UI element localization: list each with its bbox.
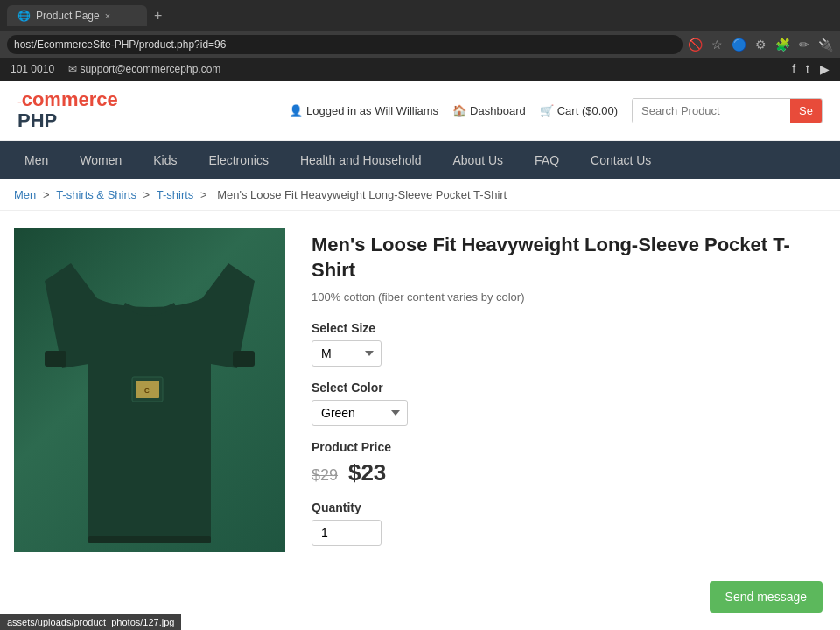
nav-faq[interactable]: FAQ xyxy=(519,141,575,179)
cart-link[interactable]: 🛒 Cart ($0.00) xyxy=(540,104,618,117)
tab-favicon: 🌐 xyxy=(18,10,31,22)
camera-off-icon[interactable]: 🚫 xyxy=(688,38,703,52)
tab-close-button[interactable]: × xyxy=(105,10,110,21)
product-subtitle: 100% cotton (fiber content varies by col… xyxy=(312,290,826,304)
price-old: $29 xyxy=(312,466,338,484)
breadcrumb-tshirts[interactable]: T-shirts xyxy=(157,188,194,201)
qty-label: Quantity xyxy=(312,500,826,514)
color-select[interactable]: Green Black Navy Red Gray xyxy=(312,400,408,426)
breadcrumb-men[interactable]: Men xyxy=(14,188,36,201)
nav-kids[interactable]: Kids xyxy=(137,141,192,179)
svg-rect-5 xyxy=(88,536,211,543)
user-text: Logged in as Will Williams xyxy=(306,104,438,117)
qty-input[interactable] xyxy=(312,520,382,546)
qty-section: Quantity xyxy=(312,500,826,546)
nav-men[interactable]: Men xyxy=(9,141,64,179)
svg-text:C: C xyxy=(144,387,150,395)
size-group: Select Size S M L XL XXL xyxy=(312,321,826,367)
svg-rect-4 xyxy=(233,351,255,367)
url-bar[interactable]: host/EcommerceSite-PHP/product.php?id=96 xyxy=(7,35,682,54)
new-tab-button[interactable]: + xyxy=(154,8,162,24)
youtube-icon[interactable]: ▶ xyxy=(820,62,830,76)
browser-tab[interactable]: 🌐 Product Page × xyxy=(7,5,147,26)
color-group: Select Color Green Black Navy Red Gray xyxy=(312,381,826,426)
phone-number: 101 0010 xyxy=(10,63,54,75)
home-icon: 🏠 xyxy=(452,104,466,117)
dashboard-text: Dashboard xyxy=(470,104,526,117)
main-nav: Men Women Kids Electronics Health and Ho… xyxy=(0,141,840,179)
price-label: Product Price xyxy=(312,440,826,454)
breadcrumb-sep3: > xyxy=(200,188,210,201)
price-new: $23 xyxy=(348,459,386,486)
product-details: Men's Loose Fit Heavyweight Long-Sleeve … xyxy=(312,228,826,559)
top-bar-left: 101 0010 ✉ support@ecommercephp.com xyxy=(10,63,220,75)
settings-icon[interactable]: ⚙ xyxy=(755,38,766,52)
cart-icon: 🛒 xyxy=(540,104,554,117)
browser-chrome: 🌐 Product Page × + xyxy=(0,0,840,32)
site-header: -commerce PHP 👤 Logged in as Will Willia… xyxy=(0,80,840,141)
breadcrumb-sep2: > xyxy=(144,188,153,201)
search-box: Se xyxy=(632,98,822,123)
logo-top: commerce xyxy=(22,88,118,110)
product-image: C xyxy=(14,228,285,552)
extensions-icon[interactable]: 🧩 xyxy=(775,38,790,52)
logo-line1: -commerce xyxy=(18,89,118,110)
email-address: ✉ support@ecommercephp.com xyxy=(68,63,220,75)
top-bar-right: f t ▶ xyxy=(792,62,830,76)
color-label: Select Color xyxy=(312,381,826,395)
breadcrumb: Men > T-shirts & Shirts > T-shirts > Men… xyxy=(0,179,840,211)
tab-title: Product Page xyxy=(36,10,100,22)
user-icon: 👤 xyxy=(289,104,303,117)
product-img-placeholder: C xyxy=(14,228,285,552)
nav-electronics[interactable]: Electronics xyxy=(192,141,284,179)
size-select[interactable]: S M L XL XXL xyxy=(312,340,382,367)
star-icon[interactable]: ☆ xyxy=(711,38,723,52)
nav-contact[interactable]: Contact Us xyxy=(575,141,667,179)
nav-health[interactable]: Health and Household xyxy=(284,141,438,179)
browser-icons: 🚫 ☆ 🔵 ⚙ 🧩 ✏ 🔌 xyxy=(688,38,833,52)
price-section: Product Price $29 $23 xyxy=(312,440,826,486)
product-title: Men's Loose Fit Heavyweight Long-Sleeve … xyxy=(312,233,826,283)
site-logo[interactable]: -commerce PHP xyxy=(18,89,118,131)
user-info[interactable]: 👤 Logged in as Will Williams xyxy=(289,104,438,117)
twitter-icon[interactable]: t xyxy=(806,62,809,76)
puzzle-icon[interactable]: 🔌 xyxy=(818,38,833,52)
product-section: C Men's Loose Fit Heavyweight Long-Sleev… xyxy=(0,211,840,577)
breadcrumb-current: Men's Loose Fit Heavyweight Long-Sleeve … xyxy=(217,188,507,201)
email-text: support@ecommercephp.com xyxy=(80,63,220,75)
nav-women[interactable]: Women xyxy=(64,141,137,179)
breadcrumb-tshirts-shirts[interactable]: T-shirts & Shirts xyxy=(56,188,136,201)
nav-about[interactable]: About Us xyxy=(437,141,519,179)
header-right: 👤 Logged in as Will Williams 🏠 Dashboard… xyxy=(289,98,822,123)
edit-icon[interactable]: ✏ xyxy=(799,38,809,52)
product-image-area: C xyxy=(14,228,285,559)
url-text: host/EcommerceSite-PHP/product.php?id=96 xyxy=(14,38,226,51)
product-shirt-svg: C xyxy=(45,228,255,552)
search-input[interactable] xyxy=(633,99,790,122)
breadcrumb-sep1: > xyxy=(43,188,52,201)
chrome-icon[interactable]: 🔵 xyxy=(732,38,746,52)
logo-bottom: PHP xyxy=(18,109,57,131)
logo-line2: PHP xyxy=(18,110,118,131)
email-icon: ✉ xyxy=(68,63,77,75)
size-label: Select Size xyxy=(312,321,826,335)
facebook-icon[interactable]: f xyxy=(792,62,795,76)
search-button[interactable]: Se xyxy=(790,99,822,122)
dashboard-link[interactable]: 🏠 Dashboard xyxy=(452,104,526,117)
cart-text: Cart ($0.00) xyxy=(557,104,618,117)
svg-rect-3 xyxy=(45,351,66,367)
browser-bar: host/EcommerceSite-PHP/product.php?id=96… xyxy=(0,32,840,58)
top-bar: 101 0010 ✉ support@ecommercephp.com f t … xyxy=(0,58,840,80)
